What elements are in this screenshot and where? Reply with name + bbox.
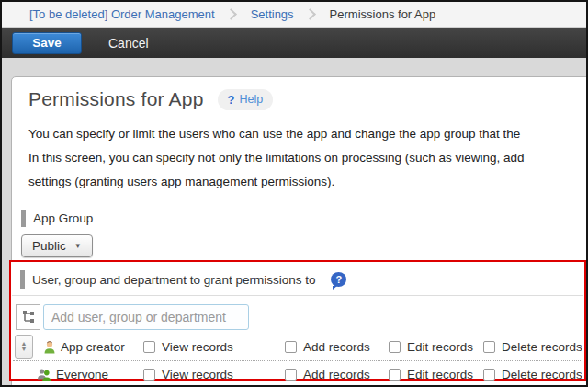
action-toolbar: Save Cancel	[2, 28, 586, 58]
permissions-heading: User, group and department to grant perm…	[20, 270, 346, 289]
entity-name: Everyone	[37, 361, 108, 387]
permission-rows: ▲ ▼ App creator View records	[11, 334, 584, 387]
breadcrumb: [To be deleted] Order Management Setting…	[2, 2, 586, 28]
checkbox-add-records: Add records	[285, 361, 370, 387]
intro-text: You can specify or limit the users who c…	[28, 122, 588, 194]
add-records-checkbox[interactable]	[285, 369, 297, 381]
checkbox-label[interactable]: View records	[162, 340, 233, 354]
content-area: Permissions for App ? Help You can speci…	[2, 58, 586, 387]
arrow-down-icon: ▼	[21, 347, 28, 352]
checkbox-delete-records: Delete records	[483, 334, 582, 360]
checkbox-add-records: Add records	[285, 334, 370, 360]
add-records-checkbox[interactable]	[285, 341, 297, 353]
checkbox-view-records: View records	[143, 361, 233, 387]
single-user-icon	[42, 340, 57, 355]
permission-row-app-creator: ▲ ▼ App creator View records	[11, 334, 584, 360]
question-mark-icon: ?	[228, 93, 235, 107]
app-group-selected-value: Public	[32, 239, 66, 253]
view-records-checkbox[interactable]	[143, 369, 155, 381]
add-entity-input[interactable]	[43, 304, 249, 330]
app-group-label: App Group	[21, 210, 588, 227]
checkbox-edit-records: Edit records	[389, 361, 473, 387]
org-tree-icon	[21, 310, 36, 324]
edit-records-checkbox[interactable]	[389, 369, 401, 381]
checkbox-edit-records: Edit records	[389, 334, 473, 360]
chevron-right-icon	[225, 8, 237, 20]
permission-row-everyone: Everyone View records Add records Edit r…	[11, 361, 584, 387]
checkbox-label[interactable]: View records	[162, 368, 233, 381]
delete-records-checkbox[interactable]	[483, 369, 495, 381]
checkbox-delete-records: Delete records	[483, 361, 582, 387]
help-balloon-icon[interactable]: ?	[331, 272, 346, 287]
entity-picker-row	[16, 304, 249, 330]
chevron-right-icon	[304, 8, 316, 20]
checkbox-label[interactable]: Edit records	[407, 340, 473, 354]
breadcrumb-app-link[interactable]: [To be deleted] Order Management	[29, 7, 215, 21]
checkbox-label[interactable]: Add records	[303, 340, 370, 354]
page-title: Permissions for App	[28, 88, 204, 110]
intro-line-1: You can specify or limit the users who c…	[28, 122, 588, 146]
view-records-checkbox[interactable]	[143, 341, 155, 353]
divider	[12, 295, 583, 296]
intro-line-3: settings (granting users app management …	[28, 170, 588, 194]
checkbox-label[interactable]: Delete records	[502, 368, 582, 381]
accent-bar	[21, 210, 26, 227]
help-link-label: Help	[240, 93, 264, 106]
org-tree-picker-button[interactable]	[16, 304, 40, 330]
app-window: [To be deleted] Order Management Setting…	[0, 0, 588, 387]
intro-line-2: In this screen, you can specify not only…	[28, 146, 588, 170]
checkbox-label[interactable]: Edit records	[407, 368, 473, 381]
checkbox-label[interactable]: Delete records	[502, 340, 582, 354]
delete-records-checkbox[interactable]	[483, 341, 495, 353]
breadcrumb-settings-link[interactable]: Settings	[251, 7, 294, 21]
checkbox-view-records: View records	[143, 334, 233, 360]
user-group-icon	[37, 368, 52, 382]
edit-records-checkbox[interactable]	[389, 341, 401, 353]
permissions-section-annotated: User, group and department to grant perm…	[9, 260, 586, 381]
app-group-dropdown[interactable]: Public ▼	[21, 234, 93, 257]
accent-bar	[20, 270, 25, 289]
entity-name: App creator	[42, 334, 125, 360]
cancel-button[interactable]: Cancel	[108, 36, 149, 51]
checkbox-label[interactable]: Add records	[303, 368, 370, 381]
reorder-handle[interactable]: ▲ ▼	[15, 335, 33, 359]
save-button[interactable]: Save	[12, 32, 82, 54]
chevron-down-icon: ▼	[74, 242, 82, 250]
breadcrumb-current-page: Permissions for App	[330, 7, 436, 21]
help-link[interactable]: ? Help	[218, 89, 274, 110]
